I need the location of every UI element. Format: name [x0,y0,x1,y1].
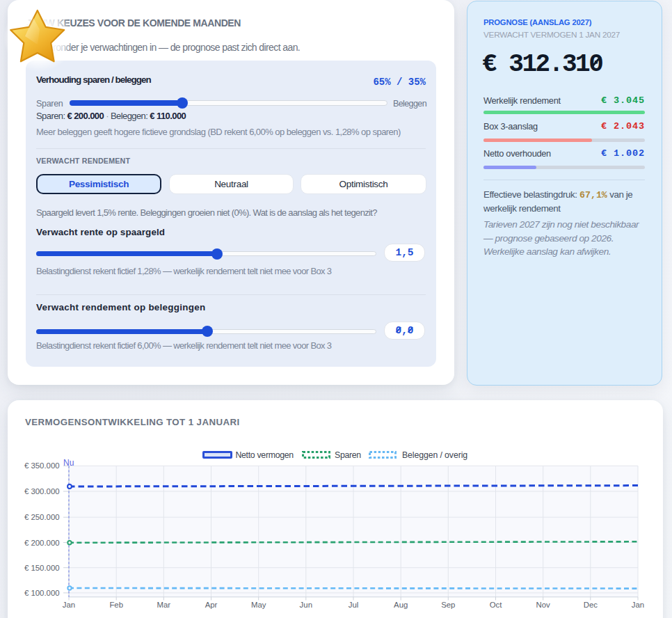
svg-text:Oct: Oct [490,601,503,609]
svg-text:Dec: Dec [584,601,598,609]
svg-text:Nu: Nu [63,458,74,468]
svg-text:€ 100.000: € 100.000 [24,589,60,597]
svg-text:Aug: Aug [394,601,408,609]
svg-text:Jan: Jan [63,601,75,609]
svg-text:€ 300.000: € 300.000 [24,487,60,496]
svg-text:Nov: Nov [536,601,551,609]
svg-text:Jul: Jul [349,601,359,609]
svg-text:€ 350.000: € 350.000 [24,461,60,470]
svg-text:Sep: Sep [441,601,455,609]
svg-text:Apr: Apr [205,601,218,609]
svg-text:May: May [251,601,266,609]
svg-text:Jun: Jun [300,601,312,609]
svg-text:Feb: Feb [109,601,123,609]
svg-text:Mar: Mar [157,601,170,609]
svg-text:€ 200.000: € 200.000 [24,539,60,547]
svg-text:€ 150.000: € 150.000 [24,564,60,572]
svg-text:Jan: Jan [632,601,644,609]
svg-text:€ 250.000: € 250.000 [24,513,60,521]
